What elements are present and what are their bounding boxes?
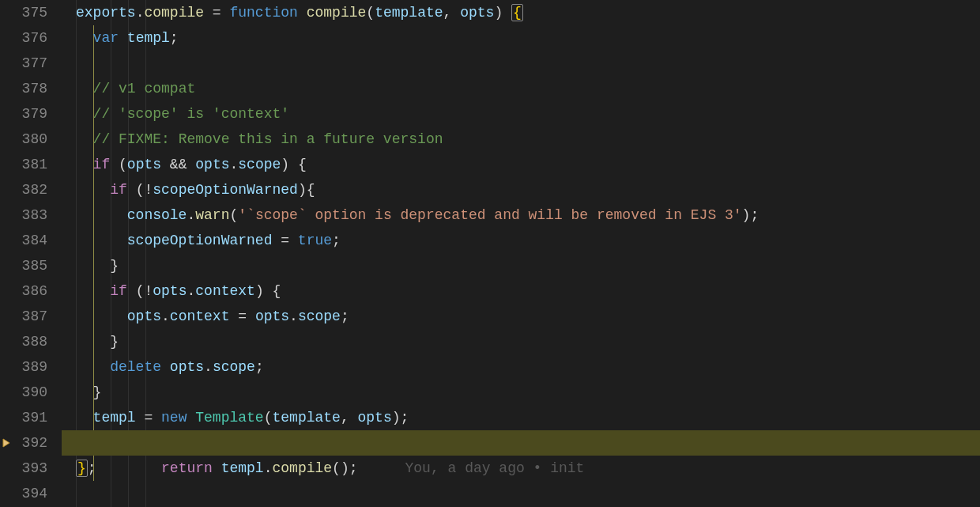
line-number[interactable]: 384 — [0, 228, 47, 253]
code-line[interactable]: // 'scope' is 'context' — [62, 101, 980, 127]
line-number[interactable]: 389 — [0, 354, 47, 380]
code-line[interactable] — [62, 481, 980, 506]
line-number[interactable]: 387 — [0, 304, 47, 329]
line-number[interactable]: 377 — [0, 51, 47, 76]
code-line[interactable]: console.warn('`scope` option is deprecat… — [62, 202, 980, 228]
code-line[interactable]: if (opts && opts.scope) { — [62, 152, 980, 177]
code-line[interactable]: exports.compile = function compile(templ… — [62, 0, 980, 25]
line-number[interactable]: 378 — [0, 76, 47, 101]
line-number[interactable]: 383 — [0, 202, 47, 228]
code-line[interactable]: } — [62, 380, 980, 405]
code-line[interactable]: if (!opts.context) { — [62, 278, 980, 304]
line-number[interactable]: 386 — [0, 278, 47, 304]
code-column[interactable]: exports.compile = function compile(templ… — [62, 0, 980, 507]
gitlens-annotation: You, a day ago • init — [358, 460, 585, 476]
line-number[interactable]: 390 — [0, 380, 47, 405]
current-execution-pointer-icon — [0, 430, 14, 456]
code-line[interactable]: scopeOptionWarned = true; — [62, 228, 980, 253]
brace-open-icon: { — [511, 4, 523, 21]
line-number[interactable]: 391 — [0, 405, 47, 430]
code-line[interactable]: delete opts.scope; — [62, 354, 980, 380]
code-line[interactable]: // v1 compat — [62, 76, 980, 101]
line-number[interactable]: 375 — [0, 0, 47, 25]
line-number[interactable]: 379 — [0, 101, 47, 127]
code-line[interactable]: opts.context = opts.scope; — [62, 304, 980, 329]
line-number[interactable]: 388 — [0, 329, 47, 354]
line-number[interactable]: 385 — [0, 253, 47, 278]
code-line[interactable]: } — [62, 329, 980, 354]
code-editor[interactable]: 375 376 377 378 379 380 381 382 383 384 … — [0, 0, 980, 507]
line-number[interactable]: 381 — [0, 152, 47, 177]
line-number[interactable]: 394 — [0, 481, 47, 506]
code-line[interactable]: if (!scopeOptionWarned){ — [62, 177, 980, 202]
line-number[interactable]: 393 — [0, 456, 47, 481]
code-line-current[interactable]: return templ.compile();You, a day ago • … — [62, 430, 980, 456]
code-line[interactable] — [62, 51, 980, 76]
code-line[interactable]: var templ; — [62, 25, 980, 51]
code-line[interactable]: } — [62, 253, 980, 278]
line-number[interactable]: 380 — [0, 127, 47, 152]
code-line[interactable]: templ = new Template(template, opts); — [62, 405, 980, 430]
code-lines[interactable]: exports.compile = function compile(templ… — [62, 0, 980, 506]
line-number[interactable]: 382 — [0, 177, 47, 202]
line-number[interactable]: 376 — [0, 25, 47, 51]
code-line[interactable]: // FIXME: Remove this in a future versio… — [62, 127, 980, 152]
